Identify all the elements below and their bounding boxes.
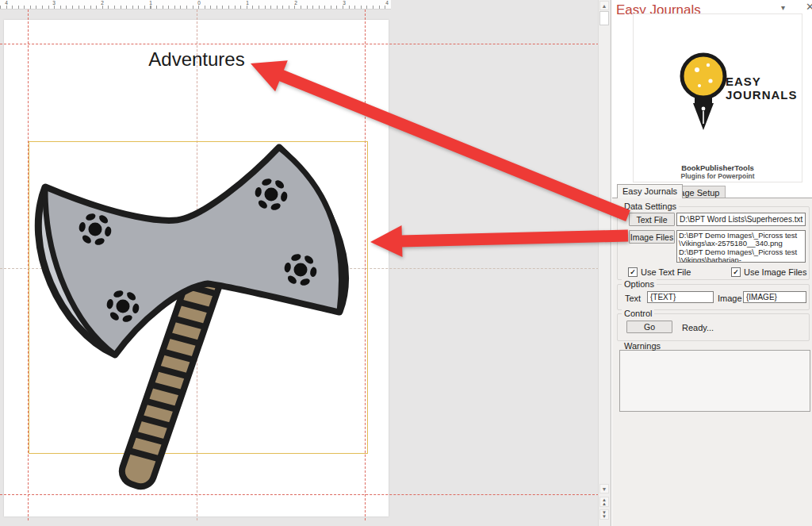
easy-journals-logo: EASY JOURNALS xyxy=(633,13,802,182)
image-files-list[interactable]: D:\BPT Demo Images\_Picross test \Viking… xyxy=(676,230,806,263)
svg-text:JOURNALS: JOURNALS xyxy=(726,88,798,102)
text-token-label: Text xyxy=(625,294,641,303)
checkbox-check-icon[interactable]: ✓ xyxy=(628,267,638,277)
use-image-files-label: Use Image Files xyxy=(744,267,806,277)
lightbulb-pen-logo-icon: EASY JOURNALS xyxy=(634,14,802,149)
image-file-line: \Vikings\barbarian-2009124__340.png xyxy=(679,256,803,263)
next-slide-button[interactable]: ▼▼ xyxy=(599,509,609,520)
image-token-label: Image xyxy=(718,294,742,303)
text-file-path-input[interactable]: D:\BPT Word Lists\Superheroes.txt xyxy=(676,213,806,226)
brand-subtitle: Plugins for Powerpoint xyxy=(633,172,802,180)
vertical-scrollbar[interactable]: ▲ ▼ ▲▲ ▼▼ xyxy=(598,0,610,526)
warnings-box[interactable] xyxy=(619,350,810,412)
slide-editor: 4 3 2 1 0 1 2 3 4 Adventures xyxy=(0,0,611,526)
chevron-down-icon[interactable]: ▾ xyxy=(781,3,785,12)
image-token-input[interactable]: {IMAGE} xyxy=(743,291,806,303)
use-text-file-label: Use Text File xyxy=(641,267,691,277)
checkbox-check-icon[interactable]: ✓ xyxy=(731,267,741,277)
tab-easy-journals[interactable]: Easy Journals xyxy=(617,184,683,198)
svg-text:EASY: EASY xyxy=(726,75,761,88)
status-text: Ready... xyxy=(682,323,714,332)
easy-journals-pane: Easy Journals ▾ ✕ EASY JOURNALS BookPubl… xyxy=(611,0,812,526)
warnings-label: Warnings xyxy=(622,341,663,351)
text-token-input[interactable]: {TEXT} xyxy=(647,291,714,303)
options-label: Options xyxy=(622,279,657,289)
brand-name: BookPublisherTools xyxy=(633,163,802,172)
control-label: Control xyxy=(622,309,654,318)
scroll-down-button[interactable]: ▼ xyxy=(599,484,609,493)
previous-slide-button[interactable]: ▲▲ xyxy=(599,497,609,507)
data-settings-label: Data Settings xyxy=(622,202,679,211)
go-button[interactable]: Go xyxy=(626,321,672,333)
text-file-button[interactable]: Text File xyxy=(629,213,675,226)
image-files-button[interactable]: Image Files xyxy=(629,230,675,244)
close-icon[interactable]: ✕ xyxy=(806,1,812,13)
axe-image[interactable] xyxy=(0,0,412,526)
tab-page-content: Data Settings Text File D:\BPT Word List… xyxy=(612,198,812,526)
scroll-up-button[interactable]: ▲ xyxy=(599,1,609,10)
use-image-files-checkbox[interactable]: ✓ Use Image Files xyxy=(731,267,806,277)
scrollbar-thumb[interactable] xyxy=(599,11,609,25)
use-text-file-checkbox[interactable]: ✓ Use Text File xyxy=(628,267,691,277)
